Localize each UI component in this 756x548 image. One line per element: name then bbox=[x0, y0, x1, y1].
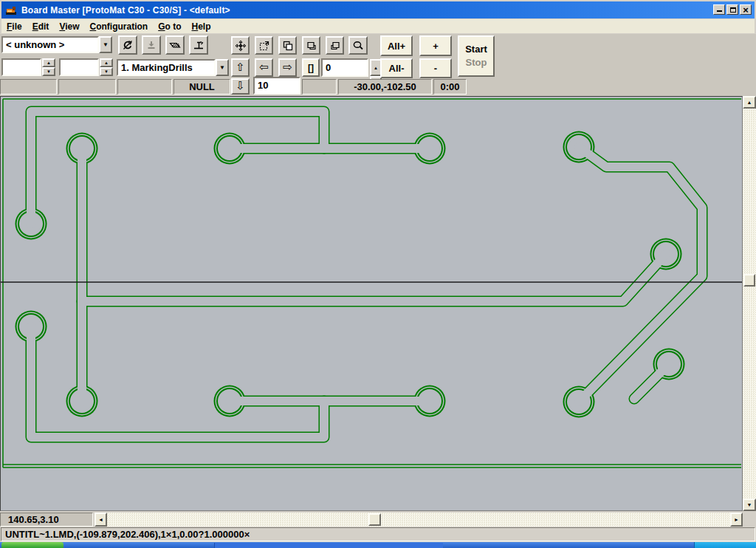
menu-item-configuration[interactable]: Configuration bbox=[85, 21, 154, 32]
toolbar: < unknown > ▼ bbox=[0, 34, 756, 96]
vertical-scrollbar[interactable]: ▲ ▼ bbox=[743, 96, 756, 511]
elapsed-time-readout: 0:00 bbox=[433, 79, 467, 95]
step-size-input[interactable]: 10 bbox=[253, 77, 300, 95]
connect-machine-button[interactable] bbox=[118, 35, 137, 55]
menu-item-help[interactable]: Help bbox=[187, 21, 216, 32]
start-menu-button[interactable] bbox=[1, 542, 63, 548]
restore-icon bbox=[730, 7, 736, 13]
system-tray bbox=[694, 542, 756, 548]
scroll-down-button[interactable]: ▼ bbox=[743, 499, 756, 511]
zoom-button[interactable] bbox=[348, 36, 368, 55]
insert-job-icon bbox=[306, 40, 317, 52]
tool-position-icon bbox=[193, 39, 205, 51]
brackets-button[interactable]: [] bbox=[302, 58, 320, 77]
app-icon bbox=[5, 4, 17, 16]
jog-down-icon: ⇩ bbox=[236, 79, 245, 92]
scroll-up-icon: ▲ bbox=[747, 100, 752, 105]
production-phase-select[interactable]: 1. MarkingDrills ▼ bbox=[117, 59, 229, 76]
application-window: Board Master [ProtoMat C30 - C30/S] - <d… bbox=[0, 0, 756, 548]
y-position-input[interactable] bbox=[59, 58, 99, 76]
menu-item-view[interactable]: View bbox=[54, 21, 84, 32]
restore-button[interactable] bbox=[726, 4, 738, 15]
jog-left-icon: ⇦ bbox=[259, 61, 269, 74]
menu-bar: FileEditViewConfigurationGo toHelp bbox=[1, 19, 755, 33]
status-cell-1 bbox=[0, 79, 57, 95]
spin-up-icon[interactable]: ▲ bbox=[42, 58, 55, 67]
tool-position-button[interactable] bbox=[189, 35, 208, 55]
phase-status-cell: NULL bbox=[173, 79, 230, 95]
minimize-button[interactable] bbox=[713, 4, 725, 15]
horizontal-scrollbar[interactable]: ◄ ► bbox=[94, 513, 743, 527]
status-cell-2 bbox=[58, 79, 116, 95]
close-button[interactable]: × bbox=[740, 4, 752, 15]
duplicate-job-button[interactable] bbox=[278, 36, 297, 55]
menu-item-file[interactable]: File bbox=[1, 21, 27, 32]
head-position-readout: -30.00,-102.50 bbox=[338, 79, 432, 95]
cursor-coordinate-readout: 140.65,3.10 bbox=[0, 513, 93, 527]
connect-icon bbox=[122, 39, 134, 51]
rubout-area-button[interactable] bbox=[165, 35, 185, 55]
move-head-button[interactable] bbox=[231, 36, 250, 55]
menu-item-go-to[interactable]: Go to bbox=[153, 21, 186, 32]
status-bar: UNTITL~1.LMD,(-109.879,202.406),1×1,0.00… bbox=[0, 527, 756, 542]
jog-down-button[interactable]: ⇩ bbox=[231, 78, 250, 95]
y-position-spinner: ▲ ▼ bbox=[100, 58, 113, 76]
chevron-down-icon[interactable]: ▼ bbox=[99, 36, 112, 53]
production-phase-value: 1. MarkingDrills bbox=[117, 59, 216, 76]
jog-right-icon: ⇨ bbox=[283, 61, 292, 74]
stop-label: Stop bbox=[466, 56, 487, 69]
job-info-text: UNTITL~1.LMD,(-109.879,202.406),1×1,0.00… bbox=[5, 529, 250, 540]
spin-down-icon[interactable]: ▼ bbox=[100, 67, 113, 76]
all-minus-button[interactable]: All- bbox=[380, 58, 413, 78]
windows-taskbar-edge bbox=[0, 542, 756, 548]
x-position-input[interactable] bbox=[1, 58, 41, 76]
taskbar-button[interactable] bbox=[214, 543, 443, 548]
duplicate-icon bbox=[282, 40, 294, 52]
scroll-left-icon: ◄ bbox=[98, 517, 103, 522]
chevron-down-icon[interactable]: ▼ bbox=[216, 59, 229, 76]
status-cell-spare bbox=[302, 79, 337, 95]
insert-job-button[interactable] bbox=[302, 36, 320, 55]
jog-left-button[interactable]: ⇦ bbox=[255, 58, 273, 77]
start-label: Start bbox=[465, 43, 487, 56]
send-data-icon bbox=[145, 39, 157, 51]
scroll-right-icon: ► bbox=[734, 517, 739, 522]
window-title: Board Master [ProtoMat C30 - C30/S] - <d… bbox=[21, 5, 230, 16]
close-icon: × bbox=[743, 5, 749, 15]
work-area-canvas[interactable] bbox=[0, 96, 743, 511]
minimize-icon bbox=[717, 6, 722, 12]
scrollbar-corner bbox=[743, 513, 756, 527]
x-position-spinner: ▲ ▼ bbox=[42, 58, 55, 76]
remove-job-button[interactable] bbox=[326, 36, 344, 55]
spin-down-icon[interactable]: ▼ bbox=[42, 67, 55, 76]
menu-item-edit[interactable]: Edit bbox=[27, 21, 55, 32]
move-cross-icon bbox=[235, 40, 247, 52]
jog-right-button[interactable]: ⇨ bbox=[278, 58, 297, 77]
scroll-right-button[interactable]: ► bbox=[730, 513, 743, 527]
spin-up-icon[interactable]: ▲ bbox=[100, 58, 113, 67]
jog-up-button[interactable]: ⇧ bbox=[231, 58, 250, 77]
milling-head-value: < unknown > bbox=[1, 36, 99, 53]
pcb-layout-drawing bbox=[1, 97, 742, 510]
select-area-button[interactable] bbox=[255, 36, 273, 55]
magnifier-icon bbox=[352, 40, 364, 52]
remove-job-icon bbox=[329, 40, 341, 52]
all-plus-button[interactable]: All+ bbox=[380, 35, 413, 56]
milling-head-select[interactable]: < unknown > ▼ bbox=[1, 36, 112, 53]
select-area-icon bbox=[258, 40, 270, 52]
horizontal-scroll-thumb[interactable] bbox=[368, 513, 381, 526]
start-stop-button[interactable]: Start Stop bbox=[458, 35, 495, 77]
scroll-up-button[interactable]: ▲ bbox=[743, 96, 756, 109]
jog-up-icon: ⇧ bbox=[236, 61, 245, 74]
hatch-area-icon bbox=[169, 39, 181, 51]
vertical-scroll-thumb[interactable] bbox=[743, 274, 755, 287]
status-cell-3 bbox=[117, 79, 172, 95]
send-data-button[interactable] bbox=[142, 35, 161, 55]
scroll-down-icon: ▼ bbox=[747, 502, 752, 507]
minus-button[interactable]: - bbox=[419, 58, 452, 78]
repeat-count-input[interactable]: 0 bbox=[321, 58, 368, 77]
title-bar: Board Master [ProtoMat C30 - C30/S] - <d… bbox=[1, 1, 755, 18]
scroll-left-button[interactable]: ◄ bbox=[94, 513, 107, 527]
plus-button[interactable]: + bbox=[419, 35, 452, 56]
